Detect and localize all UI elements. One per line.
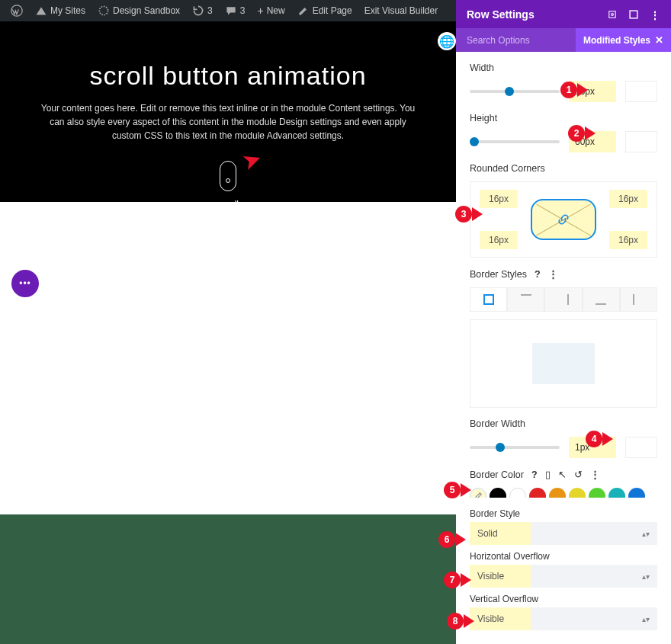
border-preview: [470, 319, 657, 408]
link-icon[interactable]: [557, 213, 570, 226]
modified-styles-tab[interactable]: Modified Styles✕: [576, 28, 671, 52]
h-overflow-select[interactable]: Visible▴▾: [470, 565, 657, 588]
globe-icon[interactable]: 🌐: [438, 32, 456, 50]
width-label: Width: [470, 62, 657, 73]
border-style-select[interactable]: Solid▴▾: [470, 522, 657, 545]
color-swatch[interactable]: [569, 488, 586, 498]
page-canvas: 🌐 scroll button animation Your content g…: [0, 21, 456, 644]
revisions[interactable]: 3: [186, 0, 219, 21]
h-overflow-label: Horizontal Overflow: [470, 551, 657, 562]
panel-lower: Border Style Solid▴▾ Horizontal Overflow…: [456, 498, 671, 644]
border-all[interactable]: [470, 287, 507, 312]
hero-title[interactable]: scroll button animation: [34, 61, 422, 91]
hover-icon[interactable]: ↖: [558, 469, 567, 480]
reset-icon[interactable]: ↺: [574, 469, 583, 480]
border-width-input[interactable]: [569, 437, 616, 458]
width-unit[interactable]: [625, 81, 657, 102]
border-style-label: Border Style: [470, 508, 657, 519]
more-icon[interactable]: ⋮: [650, 9, 660, 20]
border-width-unit[interactable]: [625, 437, 657, 458]
width-input[interactable]: [569, 81, 616, 102]
edit-page[interactable]: Edit Page: [291, 0, 358, 21]
fab-button[interactable]: •••: [11, 270, 39, 297]
expand-icon[interactable]: [628, 9, 639, 20]
scroll-label: scroll: [34, 199, 422, 210]
panel-title: Row Settings: [467, 8, 535, 21]
height-label: Height: [470, 113, 657, 123]
width-slider[interactable]: [470, 81, 657, 102]
corner-bl[interactable]: 16px: [480, 231, 518, 249]
scroll-mouse-icon[interactable]: [220, 161, 236, 191]
border-width-slider[interactable]: [470, 437, 657, 458]
search-options-tab[interactable]: Search Options: [456, 35, 541, 46]
corner-tl[interactable]: 16px: [480, 190, 518, 208]
svg-point-4: [612, 13, 614, 15]
more-icon[interactable]: ⋮: [590, 469, 600, 480]
row-settings-panel: Row Settings ⋮ Search Options Modified S…: [456, 0, 671, 644]
panel-header: Row Settings ⋮: [456, 0, 671, 28]
color-swatch[interactable]: [549, 488, 566, 498]
svg-rect-3: [609, 11, 615, 17]
corner-tr[interactable]: 16px: [609, 190, 647, 208]
hero-desc[interactable]: Your content goes here. Edit or remove t…: [34, 101, 422, 143]
color-swatches: [470, 488, 657, 498]
border-style-selector[interactable]: [470, 287, 657, 312]
border-styles-label: Border Styles ? ⋮: [470, 268, 657, 280]
v-overflow-label: Vertical Overflow: [470, 594, 657, 604]
search-icon[interactable]: [607, 9, 618, 20]
more-icon[interactable]: ⋮: [548, 268, 558, 280]
height-unit[interactable]: [625, 131, 657, 152]
border-left[interactable]: [620, 287, 657, 312]
svg-point-1: [99, 6, 108, 14]
rounded-corners-control[interactable]: 16px 16px 16px 16px: [470, 181, 657, 258]
height-input[interactable]: [569, 131, 616, 152]
panel-tabs: Search Options Modified Styles✕: [456, 28, 671, 52]
color-swatch[interactable]: [628, 488, 645, 498]
color-swatch[interactable]: [509, 488, 526, 498]
help-icon[interactable]: ?: [531, 469, 538, 480]
color-swatch[interactable]: [589, 488, 605, 498]
wp-logo[interactable]: [5, 0, 29, 21]
border-color-label: Border Color ? ▯ ↖ ↺ ⋮: [470, 469, 657, 480]
color-swatch[interactable]: [490, 488, 506, 498]
color-swatch[interactable]: [608, 488, 625, 498]
border-bottom[interactable]: [583, 287, 620, 312]
color-picker[interactable]: [470, 488, 486, 498]
close-icon[interactable]: ✕: [655, 34, 663, 46]
hero-section: 🌐 scroll button animation Your content g…: [0, 21, 456, 202]
corner-br[interactable]: 16px: [609, 231, 647, 249]
help-icon[interactable]: ?: [535, 269, 541, 280]
exit-visual-builder[interactable]: Exit Visual Builder: [358, 0, 445, 21]
comments[interactable]: 3: [219, 0, 252, 21]
device-icon[interactable]: ▯: [545, 469, 551, 480]
svg-rect-5: [630, 11, 637, 18]
green-section: [0, 514, 456, 644]
height-slider[interactable]: [470, 131, 657, 152]
panel-body: Width Height Rounded Corners 16px 16px 1…: [456, 52, 671, 498]
border-right[interactable]: [544, 287, 582, 312]
new-content[interactable]: +New: [251, 0, 291, 21]
border-top[interactable]: [507, 287, 544, 312]
border-width-label: Border Width: [470, 418, 657, 429]
my-sites[interactable]: My Sites: [29, 0, 92, 21]
v-overflow-select[interactable]: Visible▴▾: [470, 607, 657, 630]
rounded-label: Rounded Corners: [470, 163, 657, 174]
color-swatch[interactable]: [529, 488, 546, 498]
site-name[interactable]: Design Sandbox: [92, 0, 186, 21]
